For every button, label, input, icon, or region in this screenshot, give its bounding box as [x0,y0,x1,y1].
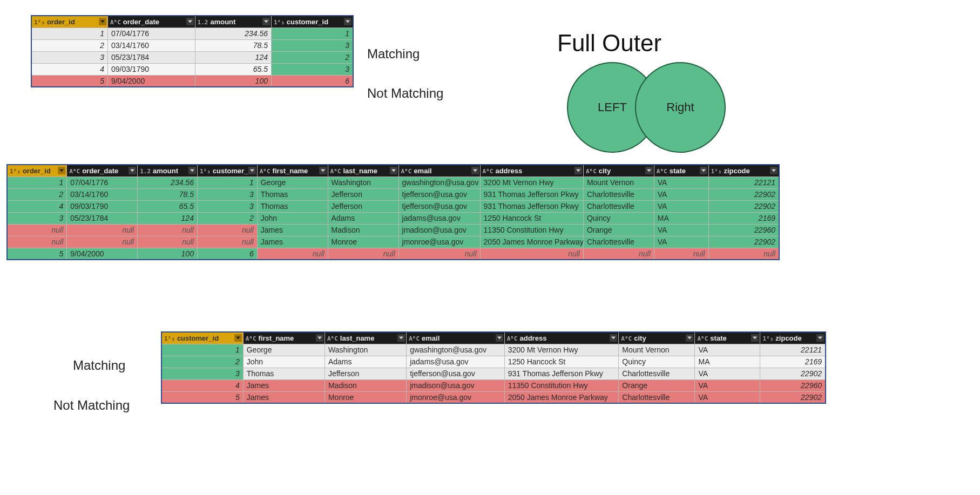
cell-address[interactable]: 3200 Mt Vernon Hwy [480,177,583,188]
column-header-first_name[interactable]: AᴮCfirst_name [257,165,328,177]
cell-last_name[interactable]: Madison [325,379,406,391]
cell-email[interactable]: tjefferson@usa.gov [398,188,480,200]
cell-order_id[interactable]: 2 [31,39,107,51]
cell-state[interactable]: VA [695,344,760,356]
column-header-last_name[interactable]: AᴮClast_name [325,332,406,344]
cell-last_name[interactable]: Adams [328,212,398,224]
cell-order_id[interactable]: 4 [31,63,107,75]
cell-city[interactable]: Charlottesville [583,188,654,200]
cell-zipcode[interactable]: null [708,248,779,260]
cell-state[interactable]: null [654,248,708,260]
cell-last_name[interactable]: Madison [328,224,398,236]
cell-amount[interactable]: 124 [138,212,198,224]
cell-order_date[interactable]: 03/14/1760 [67,188,138,200]
cell-last_name[interactable]: Jefferson [325,368,406,379]
column-header-last_name[interactable]: AᴮClast_name [328,165,398,177]
cell-amount[interactable]: null [138,224,198,236]
cell-amount[interactable]: 100 [195,75,271,87]
cell-customer_id[interactable]: 3 [161,368,243,379]
column-header-first_name[interactable]: AᴮCfirst_name [243,332,325,344]
cell-zipcode[interactable]: 22960 [708,224,779,236]
cell-address[interactable]: 11350 Constitution Hwy [480,224,583,236]
dropdown-icon[interactable] [58,167,65,174]
cell-state[interactable]: VA [654,188,708,200]
dropdown-icon[interactable] [496,334,503,342]
cell-customer_id[interactable]: 3 [271,39,353,51]
cell-order_id[interactable]: 5 [31,75,107,87]
cell-first_name[interactable]: James [243,379,325,391]
cell-customer_id[interactable]: 2 [197,212,257,224]
cell-state[interactable]: VA [654,224,708,236]
cell-zipcode[interactable]: 22960 [760,379,826,391]
dropdown-icon[interactable] [188,167,196,174]
cell-address[interactable]: 1250 Hancock St [480,212,583,224]
column-header-order_date[interactable]: AᴮCorder_date [107,16,195,28]
column-header-city[interactable]: AᴮCcity [583,165,654,177]
cell-last_name[interactable]: Monroe [328,236,398,248]
cell-customer_id[interactable]: 5 [161,391,243,403]
cell-address[interactable]: 1250 Hancock St [504,356,619,368]
cell-address[interactable]: null [480,248,583,260]
cell-customer_id[interactable]: 6 [197,248,257,260]
cell-amount[interactable]: 78.5 [195,39,271,51]
column-header-email[interactable]: AᴮCemail [407,332,504,344]
cell-customer_id[interactable]: 1 [197,177,257,188]
cell-email[interactable]: jmonroe@usa.gov [398,236,480,248]
cell-address[interactable]: 2050 James Monroe Parkway [504,391,619,403]
cell-city[interactable]: Quincy [619,356,695,368]
cell-order_date[interactable]: 9/04/2000 [67,248,138,260]
dropdown-icon[interactable] [390,167,397,174]
cell-email[interactable]: gwashington@usa.gov [398,177,480,188]
cell-order_id[interactable]: null [7,236,67,248]
cell-email[interactable]: jmonroe@usa.gov [407,391,504,403]
cell-email[interactable]: jmadison@usa.gov [407,379,504,391]
cell-address[interactable]: 931 Thomas Jefferson Pkwy [480,200,583,212]
cell-email[interactable]: tjefferson@usa.gov [407,368,504,379]
cell-city[interactable]: Mount Vernon [619,344,695,356]
cell-state[interactable]: MA [654,212,708,224]
cell-customer_id[interactable]: 2 [271,51,353,63]
cell-order_id[interactable]: 3 [7,212,67,224]
column-header-order_id[interactable]: 1²₃order_id [31,16,107,28]
column-header-order_date[interactable]: AᴮCorder_date [67,165,138,177]
dropdown-icon[interactable] [471,167,479,174]
dropdown-icon[interactable] [186,18,194,25]
column-header-email[interactable]: AᴮCemail [398,165,480,177]
dropdown-icon[interactable] [610,334,617,342]
dropdown-icon[interactable] [316,334,323,342]
cell-state[interactable]: VA [695,379,760,391]
cell-city[interactable]: Orange [619,379,695,391]
cell-customer_id[interactable]: 1 [161,344,243,356]
cell-customer_id[interactable]: 3 [197,188,257,200]
cell-zipcode[interactable]: 22902 [760,368,826,379]
cell-order_id[interactable]: 1 [31,28,107,39]
cell-last_name[interactable]: Jefferson [328,188,398,200]
cell-order_date[interactable]: 03/14/1760 [107,39,195,51]
cell-last_name[interactable]: Washington [325,344,406,356]
cell-zipcode[interactable]: 22121 [760,344,826,356]
cell-zipcode[interactable]: 2169 [760,356,826,368]
cell-customer_id[interactable]: null [197,224,257,236]
cell-last_name[interactable]: Adams [325,356,406,368]
dropdown-icon[interactable] [700,167,707,174]
cell-amount[interactable]: 65.5 [195,63,271,75]
cell-address[interactable]: 11350 Constitution Hwy [504,379,619,391]
column-header-zipcode[interactable]: 1²₃zipcode [760,332,826,344]
column-header-order_id[interactable]: 1²₃order_id [7,165,67,177]
dropdown-icon[interactable] [262,18,270,25]
cell-city[interactable]: Charlottesville [619,368,695,379]
dropdown-icon[interactable] [248,167,256,174]
column-header-customer_id[interactable]: 1²₃customer_id [271,16,353,28]
cell-customer_id[interactable]: null [197,236,257,248]
column-header-amount[interactable]: 1.2amount [195,16,271,28]
cell-email[interactable]: null [398,248,480,260]
cell-order_date[interactable]: 05/23/1784 [107,51,195,63]
cell-email[interactable]: jmadison@usa.gov [398,224,480,236]
column-header-address[interactable]: AᴮCaddress [480,165,583,177]
cell-email[interactable]: tjefferson@usa.gov [398,200,480,212]
dropdown-icon[interactable] [319,167,327,174]
cell-order_id[interactable]: 2 [7,188,67,200]
cell-amount[interactable]: 100 [138,248,198,260]
dropdown-icon[interactable] [99,18,106,25]
cell-zipcode[interactable]: 22902 [708,188,779,200]
